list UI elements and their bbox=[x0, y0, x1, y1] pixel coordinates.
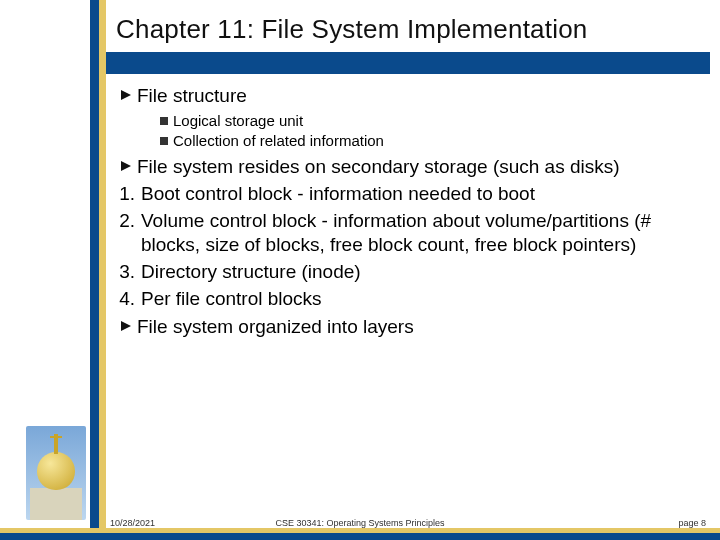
item-number: 2. bbox=[115, 209, 141, 258]
sub-bullet-text: Collection of related information bbox=[173, 131, 700, 151]
numbered-text: Volume control block - information about… bbox=[141, 209, 700, 258]
square-icon bbox=[155, 111, 173, 131]
footer-course: CSE 30341: Operating Systems Principles bbox=[0, 518, 720, 528]
square-icon bbox=[155, 131, 173, 151]
numbered-text: Directory structure (inode) bbox=[141, 260, 700, 285]
sub-bullet-text: Logical storage unit bbox=[173, 111, 700, 131]
svg-marker-1 bbox=[121, 161, 131, 171]
vertical-bar-blue bbox=[90, 0, 99, 540]
bullet-item: File structure bbox=[115, 84, 700, 109]
numbered-text: Boot control block - information needed … bbox=[141, 182, 700, 207]
bullet-item: File system organized into layers bbox=[115, 315, 700, 340]
content-area: File structure Logical storage unit Coll… bbox=[115, 80, 700, 342]
slide-title: Chapter 11: File System Implementation bbox=[116, 14, 700, 45]
arrow-icon bbox=[115, 84, 137, 109]
bullet-text: File structure bbox=[137, 84, 700, 109]
item-number: 3. bbox=[115, 260, 141, 285]
item-number: 4. bbox=[115, 287, 141, 312]
footer: 10/28/2021 CSE 30341: Operating Systems … bbox=[0, 514, 720, 540]
sub-bullet-item: Logical storage unit bbox=[155, 111, 700, 131]
numbered-item: 2. Volume control block - information ab… bbox=[115, 209, 700, 258]
bullet-text: File system resides on secondary storage… bbox=[137, 155, 700, 180]
footer-date: 10/28/2021 bbox=[110, 518, 155, 528]
svg-marker-0 bbox=[121, 90, 131, 100]
svg-marker-2 bbox=[121, 321, 131, 331]
sub-bullet-item: Collection of related information bbox=[155, 131, 700, 151]
vertical-bar-gold bbox=[99, 0, 106, 540]
slide: Chapter 11: File System Implementation F… bbox=[0, 0, 720, 540]
numbered-item: 4. Per file control blocks bbox=[115, 287, 700, 312]
numbered-item: 1. Boot control block - information need… bbox=[115, 182, 700, 207]
dome-logo bbox=[26, 426, 86, 520]
sub-bullet-group: Logical storage unit Collection of relat… bbox=[155, 111, 700, 152]
arrow-icon bbox=[115, 315, 137, 340]
footer-blue-bar bbox=[0, 533, 720, 540]
bullet-text: File system organized into layers bbox=[137, 315, 700, 340]
footer-page: page 8 bbox=[678, 518, 706, 528]
numbered-text: Per file control blocks bbox=[141, 287, 700, 312]
numbered-item: 3. Directory structure (inode) bbox=[115, 260, 700, 285]
footer-row: 10/28/2021 CSE 30341: Operating Systems … bbox=[0, 514, 720, 528]
arrow-icon bbox=[115, 155, 137, 180]
bullet-item: File system resides on secondary storage… bbox=[115, 155, 700, 180]
item-number: 1. bbox=[115, 182, 141, 207]
